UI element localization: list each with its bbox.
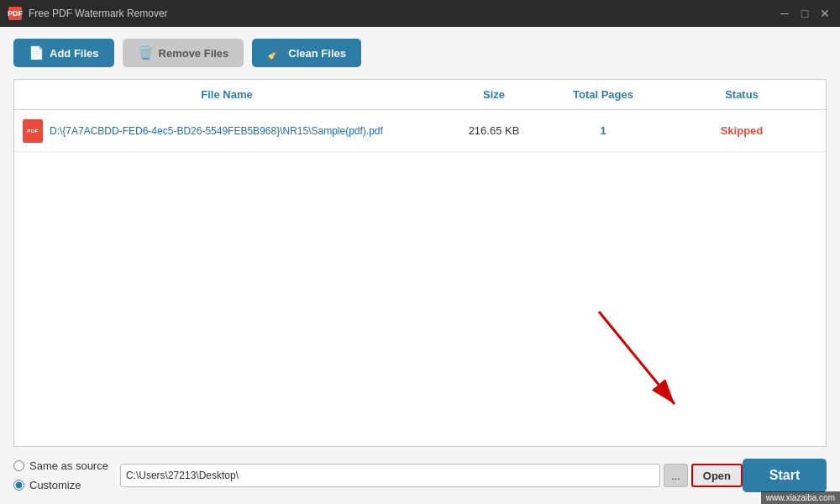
window-controls: ─ □ ✕ xyxy=(778,7,832,20)
col-filename: File Name xyxy=(14,85,439,104)
remove-files-button[interactable]: 🗑️ Remove Files xyxy=(123,39,244,67)
same-as-source-label: Same as source xyxy=(29,459,108,472)
file-path: D:\{7A7ACBDD-FED6-4ec5-BD26-5549FEB5B968… xyxy=(50,125,383,137)
title-bar: PDF Free PDF Watermark Remover ─ □ ✕ xyxy=(0,0,840,27)
output-options: Same as source Customize xyxy=(13,459,108,491)
col-status: Status xyxy=(658,85,826,104)
remove-files-icon: 🗑️ xyxy=(138,45,154,60)
maximize-button[interactable]: □ xyxy=(798,7,811,20)
footer: Same as source Customize ... Open Start xyxy=(13,459,827,492)
table-header: File Name Size Total Pages Status xyxy=(14,80,826,110)
file-status: Skipped xyxy=(658,118,826,144)
clean-files-icon: 🧹 xyxy=(267,45,283,60)
col-size: Size xyxy=(439,85,549,104)
open-button[interactable]: Open xyxy=(691,464,743,487)
table-body-wrapper: PDF D:\{7A7ACBDD-FED6-4ec5-BD26-5549FEB5… xyxy=(14,110,826,446)
app-title: Free PDF Watermark Remover xyxy=(29,8,778,19)
output-path-input[interactable] xyxy=(120,464,660,487)
table-body: PDF D:\{7A7ACBDD-FED6-4ec5-BD26-5549FEB5… xyxy=(14,110,826,446)
customize-label: Customize xyxy=(29,479,81,491)
main-content: 📄 Add Files 🗑️ Remove Files 🧹 Clean File… xyxy=(0,27,840,504)
clean-files-button[interactable]: 🧹 Clean Files xyxy=(252,39,361,67)
minimize-button[interactable]: ─ xyxy=(778,7,791,20)
customize-radio[interactable] xyxy=(13,480,24,491)
pdf-file-icon: PDF xyxy=(23,119,43,143)
table-row: PDF D:\{7A7ACBDD-FED6-4ec5-BD26-5549FEB5… xyxy=(14,110,826,152)
start-button[interactable]: Start xyxy=(743,459,827,492)
same-as-source-option[interactable]: Same as source xyxy=(13,459,108,472)
browse-button[interactable]: ... xyxy=(664,464,688,487)
app-icon: PDF xyxy=(8,7,22,20)
same-as-source-radio[interactable] xyxy=(13,460,24,471)
close-button[interactable]: ✕ xyxy=(818,7,832,20)
add-files-icon: 📄 xyxy=(29,45,45,60)
col-totalpages: Total Pages xyxy=(549,85,658,104)
path-row: ... Open xyxy=(120,464,743,487)
customize-option[interactable]: Customize xyxy=(13,479,108,491)
file-table: File Name Size Total Pages Status PDF D:… xyxy=(13,79,827,447)
add-files-button[interactable]: 📄 Add Files xyxy=(13,39,114,67)
file-name-cell: PDF D:\{7A7ACBDD-FED6-4ec5-BD26-5549FEB5… xyxy=(14,113,439,150)
toolbar: 📄 Add Files 🗑️ Remove Files 🧹 Clean File… xyxy=(13,39,827,67)
file-size: 216.65 KB xyxy=(439,118,549,144)
file-pages: 1 xyxy=(549,118,658,144)
